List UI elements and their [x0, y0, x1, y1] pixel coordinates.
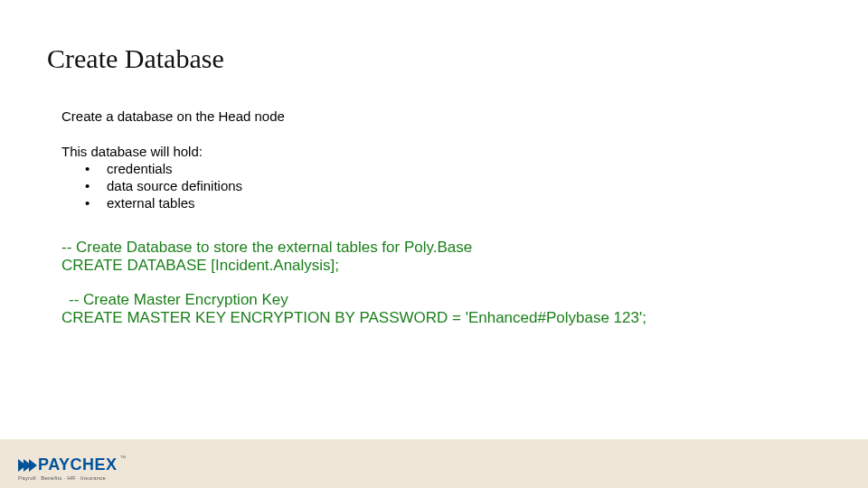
logo-tagline: Payroll · Benefits · HR · Insurance — [18, 475, 126, 481]
list-item: data source definitions — [85, 178, 803, 195]
logo-text: PAYCHEX — [38, 455, 118, 474]
sql-comment: -- Create Master Encryption Key — [69, 291, 803, 309]
paychex-logo: PAYCHEX ™ Payroll · Benefits · HR · Insu… — [18, 455, 126, 481]
body-content: Create a database on the Head node This … — [61, 108, 803, 327]
code-block-1: -- Create Database to store the external… — [61, 239, 803, 275]
sql-statement: CREATE DATABASE [Incident.Analysis]; — [61, 257, 803, 275]
bullet-list: credentials data source definitions exte… — [61, 161, 803, 211]
logo-top-row: PAYCHEX ™ — [18, 455, 126, 474]
page-title: Create Database — [47, 43, 224, 74]
lead-text: Create a database on the Head node — [61, 108, 803, 124]
sql-comment: -- Create Database to store the external… — [61, 239, 803, 257]
list-item: credentials — [85, 161, 803, 178]
trademark-icon: ™ — [120, 455, 127, 461]
subhead-text: This database will hold: — [61, 144, 803, 159]
list-item: external tables — [85, 195, 803, 212]
sql-statement: CREATE MASTER KEY ENCRYPTION BY PASSWORD… — [61, 309, 803, 327]
slide: Create Database Create a database on the… — [0, 0, 868, 488]
code-block-2: -- Create Master Encryption Key CREATE M… — [61, 291, 803, 327]
footer-bar: PAYCHEX ™ Payroll · Benefits · HR · Insu… — [0, 439, 868, 488]
chevron-icon — [18, 459, 34, 472]
